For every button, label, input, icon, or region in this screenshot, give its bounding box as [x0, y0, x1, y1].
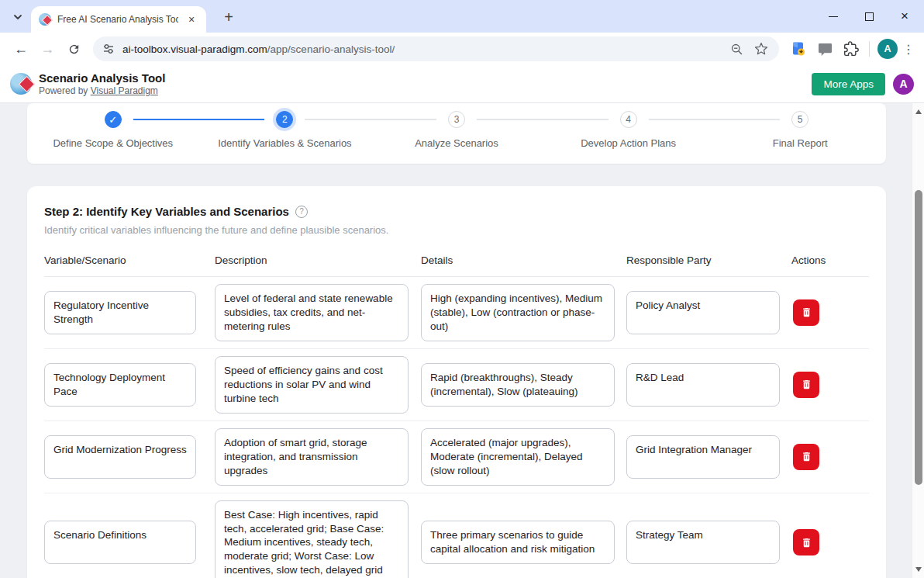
step-circle: 5 — [791, 111, 808, 128]
details-input[interactable]: Three primary scenarios to guide capital… — [421, 521, 615, 564]
close-button[interactable]: × — [898, 9, 912, 23]
browser-toolbar: ← → ai-toolbox.visual-paradigm.com/app/s… — [0, 33, 924, 65]
trash-icon — [801, 306, 812, 318]
variable-input[interactable]: Grid Modernization Progress — [44, 435, 196, 479]
party-input[interactable]: Grid Integration Manager — [626, 435, 780, 479]
minimize-button[interactable] — [826, 9, 840, 23]
scrollbar[interactable] — [912, 103, 924, 578]
chevron-down-icon — [12, 12, 23, 22]
site-header: Scenario Analysis Tool Powered by Visual… — [0, 65, 924, 103]
delete-row-button[interactable] — [793, 444, 819, 470]
scroll-up-arrow-icon[interactable] — [915, 109, 922, 114]
browser-tab[interactable]: Free AI Scenario Analysis Tool - × — [31, 6, 206, 33]
table-header: Variable/ScenarioDescriptionDetailsRespo… — [44, 254, 869, 277]
description-input[interactable]: Adoption of smart grid, storage integrat… — [215, 428, 409, 486]
browser-window: Free AI Scenario Analysis Tool - × + × ←… — [0, 0, 924, 578]
maximize-icon — [865, 12, 874, 21]
user-avatar[interactable]: A — [893, 74, 914, 95]
reading-extension-icon[interactable] — [788, 38, 809, 60]
variable-input[interactable]: Scenario Definitions — [44, 521, 196, 564]
table-body: Regulatory Incentive Strength Level of f… — [44, 277, 869, 578]
step-circle: ✓ — [105, 111, 122, 128]
toolbar-divider — [869, 41, 870, 57]
back-button[interactable]: ← — [10, 38, 32, 60]
table-row: Grid Modernization Progress Adoption of … — [44, 421, 869, 493]
minimize-icon — [829, 16, 838, 17]
step-connector — [133, 119, 265, 120]
url-text: ai-toolbox.visual-paradigm.com/app/scena… — [122, 43, 395, 55]
tab-title: Free AI Scenario Analysis Tool - — [57, 14, 178, 25]
description-input[interactable]: Best Case: High incentives, rapid tech, … — [215, 500, 409, 578]
column-header: Responsible Party — [626, 254, 791, 266]
delete-row-button[interactable] — [793, 529, 819, 556]
step-circle: 3 — [448, 111, 465, 128]
tab-strip: Free AI Scenario Analysis Tool - × + × — [0, 0, 924, 33]
column-header: Details — [421, 254, 626, 266]
site-settings-icon[interactable] — [102, 43, 115, 55]
app-title: Scenario Analysis Tool — [39, 71, 165, 85]
scroll-down-arrow-icon[interactable] — [915, 567, 922, 572]
step-circle: 2 — [276, 111, 293, 128]
column-header: Actions — [791, 254, 869, 266]
page-content: ✓ Define Scope & Objectives 2 Identify V… — [0, 103, 924, 578]
more-apps-button[interactable]: More Apps — [812, 73, 885, 95]
window-controls: × — [826, 0, 918, 33]
step-label: Final Report — [773, 137, 828, 149]
step-title: Step 2: Identify Key Variables and Scena… — [44, 205, 289, 218]
table-row: Technology Deployment Pace Speed of effi… — [44, 349, 869, 421]
step-circle: 4 — [620, 111, 637, 128]
site-favicon-icon — [39, 13, 51, 26]
step-label: Analyze Scenarios — [415, 137, 498, 149]
forward-button[interactable]: → — [36, 38, 58, 60]
maximize-button[interactable] — [862, 9, 876, 23]
delete-row-button[interactable] — [793, 299, 819, 326]
column-header: Variable/Scenario — [44, 254, 215, 266]
variable-input[interactable]: Technology Deployment Pace — [44, 363, 196, 407]
variable-input[interactable]: Regulatory Incentive Strength — [44, 291, 196, 334]
browser-menu-icon[interactable]: ⋮ — [901, 42, 916, 57]
reload-icon — [67, 43, 81, 56]
step-connector — [477, 119, 609, 120]
description-input[interactable]: Speed of efficiency gains and cost reduc… — [215, 356, 409, 414]
zoom-indicator-icon[interactable] — [728, 40, 745, 57]
help-icon[interactable]: ? — [295, 206, 308, 218]
address-bar[interactable]: ai-toolbox.visual-paradigm.com/app/scena… — [93, 36, 779, 61]
step-label: Develop Action Plans — [581, 137, 676, 149]
trash-icon — [801, 451, 812, 462]
powered-by: Powered by Visual Paradigm — [39, 85, 165, 96]
visual-paradigm-link[interactable]: Visual Paradigm — [91, 85, 158, 96]
tab-search-button[interactable] — [8, 7, 28, 27]
step-connector — [649, 119, 781, 120]
column-header: Description — [215, 254, 421, 266]
delete-row-button[interactable] — [793, 372, 819, 398]
step-subtitle: Identify critical variables influencing … — [44, 224, 869, 236]
app-title-block: Scenario Analysis Tool Powered by Visual… — [39, 71, 165, 96]
scrollbar-thumb[interactable] — [915, 190, 922, 485]
extensions-puzzle-icon[interactable] — [840, 38, 862, 60]
step-label: Define Scope & Objectives — [53, 137, 173, 149]
trash-icon — [801, 537, 812, 549]
chat-extension-icon[interactable] — [814, 38, 836, 60]
details-input[interactable]: High (expanding incentives), Medium (sta… — [421, 284, 615, 341]
step2-card: Step 2: Identify Key Variables and Scena… — [27, 186, 886, 578]
party-input[interactable]: Strategy Team — [626, 521, 780, 564]
trash-icon — [801, 379, 812, 390]
step-label: Identify Variables & Scenarios — [218, 137, 351, 149]
browser-profile-avatar[interactable]: A — [877, 39, 898, 59]
party-input[interactable]: Policy Analyst — [626, 291, 780, 334]
table-row: Scenario Definitions Best Case: High inc… — [44, 493, 869, 578]
stepper: ✓ Define Scope & Objectives 2 Identify V… — [27, 103, 886, 164]
app-logo-icon — [10, 73, 32, 95]
description-input[interactable]: Level of federal and state renewable sub… — [215, 284, 409, 341]
new-tab-button[interactable]: + — [219, 7, 239, 27]
details-input[interactable]: Rapid (breakthroughs), Steady (increment… — [421, 363, 615, 407]
details-input[interactable]: Accelerated (major upgrades), Moderate (… — [421, 428, 615, 486]
step-connector — [305, 119, 436, 120]
tab-close-icon[interactable]: × — [184, 12, 198, 26]
table-row: Regulatory Incentive Strength Level of f… — [44, 277, 869, 349]
bookmark-star-icon[interactable] — [753, 40, 770, 57]
reload-button[interactable] — [63, 38, 84, 60]
party-input[interactable]: R&D Lead — [626, 363, 780, 407]
stepper-step-5[interactable]: 5 Final Report — [714, 111, 886, 164]
